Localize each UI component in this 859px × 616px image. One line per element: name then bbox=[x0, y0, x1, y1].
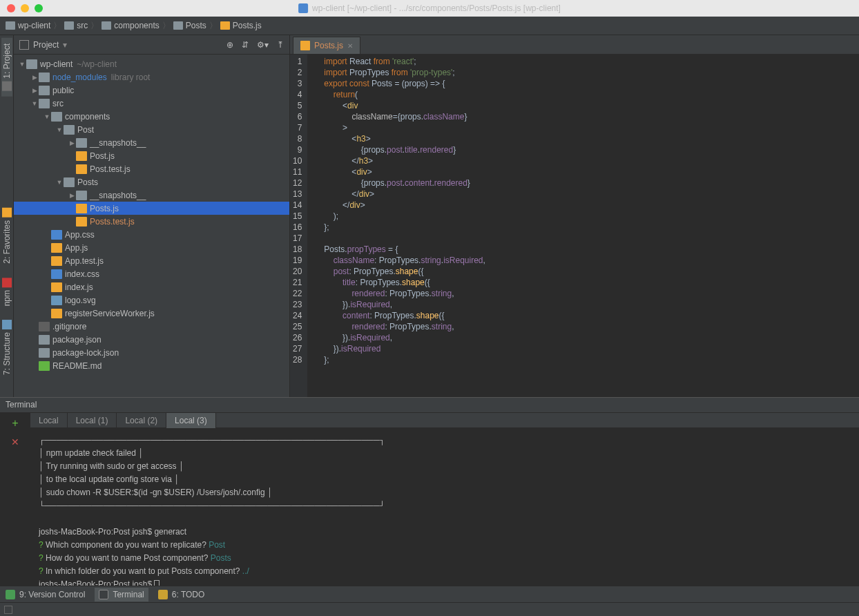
sidebar-tab-structure[interactable]: 7: Structure bbox=[2, 320, 12, 375]
disclosure-triangle-icon[interactable]: ▼ bbox=[55, 126, 64, 133]
code-line[interactable]: }).isRequired, bbox=[324, 332, 859, 343]
code-line[interactable]: className={props.className} bbox=[324, 111, 859, 122]
code-line[interactable]: className: PropTypes.string.isRequired, bbox=[324, 255, 859, 266]
terminal-tab[interactable]: Local (3) bbox=[166, 413, 216, 428]
tree-item-posts-js[interactable]: Posts.js bbox=[14, 202, 289, 215]
code-line[interactable]: }; bbox=[324, 222, 859, 233]
tree-item-src[interactable]: ▼src bbox=[14, 97, 289, 110]
sidebar-tab-favorites[interactable]: 2: Favorites bbox=[2, 208, 12, 264]
code-content[interactable]: import React from 'react';import PropTyp… bbox=[307, 55, 859, 397]
disclosure-triangle-icon[interactable]: ▼ bbox=[30, 100, 39, 107]
code-line[interactable]: import React from 'react'; bbox=[324, 56, 859, 67]
tree-item-registerserviceworker-js[interactable]: registerServiceWorker.js bbox=[14, 307, 289, 320]
code-line[interactable]: <h3> bbox=[324, 133, 859, 144]
tree-item-posts[interactable]: ▼Posts bbox=[14, 175, 289, 189]
tree-item-readme-md[interactable]: README.md bbox=[14, 359, 289, 372]
code-line[interactable]: }).isRequired bbox=[324, 343, 859, 354]
tree-item-logo-svg[interactable]: logo.svg bbox=[14, 293, 289, 307]
tree-item-components[interactable]: ▼components bbox=[14, 110, 289, 123]
code-line[interactable]: rendered: PropTypes.string, bbox=[324, 288, 859, 299]
tree-item-app-js[interactable]: App.js bbox=[14, 241, 289, 254]
code-line[interactable]: <div> bbox=[324, 166, 859, 177]
code-line[interactable]: </div> bbox=[324, 189, 859, 200]
gear-icon[interactable]: ⚙▾ bbox=[257, 40, 269, 50]
breadcrumb-item[interactable]: Posts bbox=[173, 21, 206, 30]
sidebar-tab-project[interactable]: 1: Project bbox=[1, 38, 12, 97]
code-line[interactable]: </div> bbox=[324, 200, 859, 211]
close-terminal-button[interactable]: ✕ bbox=[11, 436, 19, 447]
editor-tab-posts-js[interactable]: Posts.js ✕ bbox=[293, 37, 360, 54]
hide-panel-icon[interactable]: ⤒ bbox=[277, 40, 284, 50]
code-line[interactable]: </h3> bbox=[324, 155, 859, 166]
tree-item-package-lock-json[interactable]: package-lock.json bbox=[14, 346, 289, 359]
code-line[interactable]: {props.post.content.rendered} bbox=[324, 177, 859, 189]
code-editor[interactable]: 1234567891011121314151617181920212223242… bbox=[290, 55, 859, 397]
line-number: 13 bbox=[293, 189, 302, 200]
disclosure-triangle-icon[interactable]: ▶ bbox=[30, 74, 39, 81]
tree-item--gitignore[interactable]: .gitignore bbox=[14, 320, 289, 333]
code-line[interactable]: > bbox=[324, 122, 859, 133]
disclosure-triangle-icon[interactable]: ▼ bbox=[18, 61, 26, 68]
terminal-output[interactable]: ┌───────────────────────────────────────… bbox=[30, 428, 859, 586]
bottom-tab-label: 9: Version Control bbox=[19, 590, 85, 599]
bottom-tab-terminal[interactable]: Terminal bbox=[95, 588, 148, 601]
disclosure-triangle-icon[interactable]: ▶ bbox=[30, 87, 39, 94]
code-line[interactable]: }).isRequired, bbox=[324, 299, 859, 310]
tree-item-post[interactable]: ▼Post bbox=[14, 123, 289, 136]
status-icon[interactable] bbox=[4, 606, 12, 614]
terminal-tab[interactable]: Local (1) bbox=[68, 413, 117, 428]
code-line[interactable]: ); bbox=[324, 211, 859, 222]
breadcrumb-separator: 〉 bbox=[162, 20, 171, 32]
code-line[interactable]: rendered: PropTypes.string, bbox=[324, 321, 859, 332]
breadcrumb-item[interactable]: src bbox=[64, 21, 88, 30]
tree-item-node_modules[interactable]: ▶node_moduleslibrary root bbox=[14, 70, 289, 84]
add-terminal-button[interactable]: + bbox=[12, 417, 18, 430]
breadcrumb-item[interactable]: wp-client bbox=[6, 21, 50, 30]
sidebar-tab-npm[interactable]: npm bbox=[2, 278, 12, 306]
tree-item-wp-client[interactable]: ▼wp-client~/wp-client bbox=[14, 57, 289, 70]
tree-item-__snapshots__[interactable]: ▶__snapshots__ bbox=[14, 136, 289, 149]
js-icon bbox=[51, 256, 62, 266]
tree-item-index-css[interactable]: index.css bbox=[14, 267, 289, 280]
code-line[interactable]: }; bbox=[324, 354, 859, 365]
tree-item-package-json[interactable]: package.json bbox=[14, 333, 289, 346]
code-line[interactable]: Posts.propTypes = { bbox=[324, 244, 859, 255]
close-tab-icon[interactable]: ✕ bbox=[347, 42, 353, 50]
minimize-window-button[interactable] bbox=[21, 4, 29, 12]
project-tree[interactable]: ▼wp-client~/wp-client▶node_moduleslibrar… bbox=[14, 55, 289, 397]
project-view-selector[interactable]: Project ▾ bbox=[19, 40, 67, 50]
code-line[interactable]: content: PropTypes.shape({ bbox=[324, 310, 859, 321]
code-line[interactable]: <div bbox=[324, 100, 859, 111]
code-line[interactable]: export const Posts = (props) => { bbox=[324, 78, 859, 89]
code-line[interactable]: post: PropTypes.shape({ bbox=[324, 266, 859, 277]
code-line[interactable] bbox=[324, 233, 859, 244]
tree-item-app-test-js[interactable]: App.test.js bbox=[14, 254, 289, 267]
code-line[interactable]: return( bbox=[324, 89, 859, 100]
disclosure-triangle-icon[interactable]: ▶ bbox=[68, 139, 76, 146]
terminal-tab[interactable]: Local bbox=[30, 413, 68, 428]
bottom-tab-version-control[interactable]: 9: Version Control bbox=[6, 590, 85, 599]
disclosure-triangle-icon[interactable]: ▶ bbox=[68, 192, 76, 199]
tree-item-public[interactable]: ▶public bbox=[14, 84, 289, 97]
code-line[interactable]: import PropTypes from 'prop-types'; bbox=[324, 67, 859, 78]
tree-item-index-js[interactable]: index.js bbox=[14, 280, 289, 293]
disclosure-triangle-icon[interactable]: ▼ bbox=[55, 179, 64, 186]
terminal-tab[interactable]: Local (2) bbox=[117, 413, 166, 428]
code-line[interactable]: title: PropTypes.shape({ bbox=[324, 277, 859, 288]
line-number: 15 bbox=[293, 211, 302, 222]
tree-item-sublabel: ~/wp-client bbox=[77, 59, 117, 69]
tree-item-__snapshots__[interactable]: ▶__snapshots__ bbox=[14, 189, 289, 202]
disclosure-triangle-icon[interactable]: ▼ bbox=[43, 113, 51, 120]
tree-item-app-css[interactable]: App.css bbox=[14, 228, 289, 241]
tree-item-posts-test-js[interactable]: Posts.test.js bbox=[14, 215, 289, 228]
tree-item-post-test-js[interactable]: Post.test.js bbox=[14, 162, 289, 175]
close-window-button[interactable] bbox=[7, 4, 15, 12]
bottom-tab-todo[interactable]: 6: TODO bbox=[158, 590, 205, 599]
code-line[interactable]: {props.post.title.rendered} bbox=[324, 144, 859, 155]
collapse-icon[interactable]: ⇵ bbox=[242, 40, 249, 50]
locate-icon[interactable]: ⊕ bbox=[226, 40, 233, 50]
tree-item-post-js[interactable]: Post.js bbox=[14, 149, 289, 162]
breadcrumb-item[interactable]: components bbox=[102, 21, 159, 30]
maximize-window-button[interactable] bbox=[35, 4, 43, 12]
breadcrumb-item[interactable]: Posts.js bbox=[220, 21, 262, 30]
